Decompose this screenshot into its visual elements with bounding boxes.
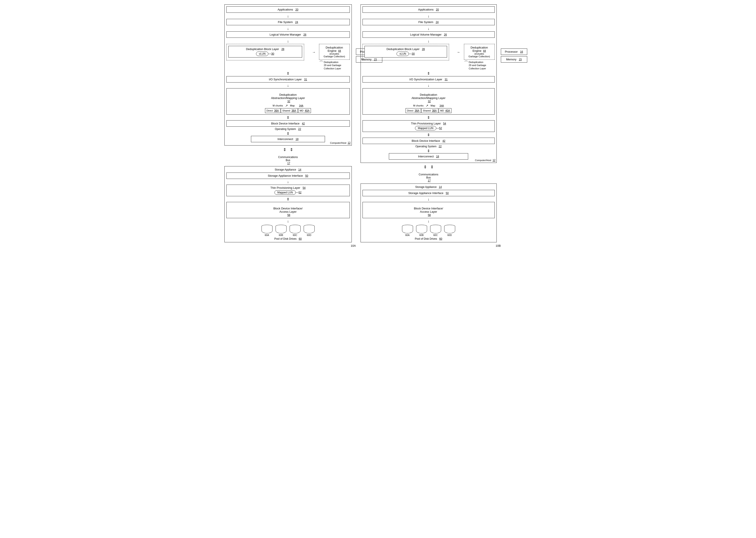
- arrow-app-fs-left: ↓: [226, 14, 350, 19]
- engine-box-right: Deduplication Engine 44 (includes Garbag…: [464, 44, 495, 60]
- disk-60d-left: 60D: [304, 225, 315, 237]
- arrow-thin-block-right: ⇕: [363, 133, 495, 137]
- arrow-block-interconnect-left: ⇕: [226, 132, 350, 136]
- disk-60a-right: 60A: [402, 225, 413, 237]
- arrow-thin-block-left: ⇕: [226, 197, 350, 201]
- storage-label-right: Storage Appliance 14: [363, 186, 495, 188]
- right-panel-right: Processor 16 Memory 15: [501, 48, 527, 63]
- disk-60a-left: 60A: [261, 225, 273, 237]
- arrow-dedup-io-left: ⇕: [226, 71, 350, 76]
- arrow-io-abs-right: ↓: [363, 83, 495, 88]
- block-device-left: Block Device Interface 42: [226, 120, 350, 127]
- dedup-block-ref-left: 28: [281, 48, 284, 51]
- main-container: Applications 20 ↓ File System 24 ↓ Logic…: [224, 4, 532, 242]
- applications-ref-left: 20: [295, 8, 298, 11]
- dedup-block-label-left: Deduplication Block Layer: [246, 47, 279, 51]
- io-sync-right: I/O Synchronization Layer 31: [363, 76, 495, 82]
- arrow-dedup-io-right: ⇕: [363, 71, 495, 76]
- engine-label-right: Deduplication Engine 44: [466, 46, 493, 52]
- disk-60b-right: 60B: [416, 225, 427, 237]
- diagram-10a: Applications 20 ↓ File System 24 ↓ Logic…: [224, 4, 352, 242]
- arrow-abs-block-left: ⇕: [226, 116, 350, 120]
- arrow-block-disks-right: ↓: [363, 219, 495, 224]
- mapped-lun-storage-left: Mapped LUN: [274, 190, 296, 195]
- diagram-id-right: 10B: [495, 244, 501, 247]
- dedup-section-left: Deduplication Block Layer 28 vLUN —30 →: [226, 44, 350, 70]
- md-box-left: MD 40A: [298, 108, 311, 113]
- lvm-right: Logical Volume Manager 26: [363, 31, 495, 38]
- processor-right: Processor 16: [501, 48, 527, 55]
- computer-host-label-right: Computer/Host 12: [475, 159, 495, 162]
- dedup-layer-label-left: Deduplication 29 and Garbage Collection …: [324, 61, 341, 70]
- storage-label-left: Storage Appliance 14: [226, 168, 350, 171]
- computer-host-right: Applications 20 ↓ File System 24 ↓ Logic…: [361, 4, 497, 163]
- disk-60d-right: 60D: [444, 225, 455, 237]
- thin-prov-host-right: Thin Provisioning Layer 54 Mapped LUN —5…: [363, 120, 495, 132]
- disks-row-left: 60A 60B 60C 60D: [226, 225, 350, 237]
- arrow-lvm-dedup-right: ↓: [363, 39, 495, 43]
- sai-right: Storage Appliance Interface 50: [363, 190, 495, 196]
- io-sync-left: I/O Synchronization Layer 31: [226, 76, 350, 82]
- filesystem-label-left: File System: [278, 21, 293, 24]
- disk-60c-right: 60C: [430, 225, 441, 237]
- interconnect-right: Interconnect 18: [389, 153, 468, 160]
- memory-right: Memory 15: [501, 56, 527, 63]
- engine-box-left: Deduplication Engine 44 (includes Garbag…: [319, 44, 350, 60]
- dedup-block-left: Deduplication Block Layer 28 vLUN —30: [228, 46, 302, 58]
- diagram-10b: Applications 20 ↓ File System 24 ↓ Logic…: [361, 4, 497, 242]
- shared-box-right: Shared 38A: [421, 108, 438, 113]
- dedup-layer-label-right: Deduplication 29 and Garbage Collection …: [469, 61, 486, 70]
- os-label-right: Operating System 22: [363, 145, 495, 148]
- dedup-section-right: Deduplication Block Layer 28 vLUN —30 ←: [363, 44, 495, 70]
- shared-box-left: Shared 38A: [281, 108, 298, 113]
- bus-arrows-left: ⇕ ⇕: [283, 147, 293, 152]
- bus-arrows-right: ⇕ ⇕: [424, 165, 434, 170]
- arrow-to-engine-left: →: [312, 50, 316, 54]
- dedup-abs-right: Deduplication Abstraction/Mapping Layer …: [363, 88, 495, 115]
- chunk-row-left: Direct 36A Shared 38A MD 40A: [229, 108, 347, 113]
- dedup-block-right: Deduplication Block Layer 28 vLUN —30: [365, 46, 447, 58]
- engine-note-right: (includes Garbage Collection): [466, 52, 493, 58]
- filesystem-ref-left: 24: [295, 21, 298, 24]
- engine-area-right: Deduplication Engine 44 (includes Garbag…: [464, 44, 495, 70]
- block-access-right: Block Device Interface/ Access Layer 58: [363, 202, 495, 218]
- arrow-app-fs-right: ↓: [363, 14, 495, 19]
- lvm-left: Logical Volume Manager 26: [226, 31, 350, 38]
- mchunks-row-right: M chunks ↗ Map 34A: [365, 104, 492, 107]
- block-access-left: Block Device Interface/ Access Layer 58: [226, 202, 350, 218]
- vlun-area-left: vLUN —30: [231, 52, 300, 56]
- storage-appliance-left: Storage Appliance 14 Storage Appliance I…: [224, 166, 352, 242]
- mchunks-row-left: M chunks ↗ Map 34A: [229, 104, 347, 107]
- mapped-lun-host-right: Mapped LUN: [415, 126, 436, 131]
- chunk-row-right: Direct 36A Shared 38A MD 40A: [365, 108, 492, 113]
- lvm-label-left: Logical Volume Manager: [270, 33, 301, 36]
- arrow-block-interconnect-right: ⇕: [363, 149, 495, 153]
- filesystem-right: File System 24: [363, 19, 495, 25]
- arrow-abs-thin-right: ⇕: [363, 116, 495, 120]
- engine-note-left: (includes Garbage Collection): [321, 52, 348, 58]
- dedup-brace-right: ⌒ Deduplication 29 and Garbage Collectio…: [464, 61, 486, 70]
- direct-box-left: Direct 36A: [265, 108, 280, 113]
- computer-host-left: Applications 20 ↓ File System 24 ↓ Logic…: [224, 4, 352, 145]
- computer-host-label-left: Computer/Host 12: [330, 141, 350, 144]
- diagram-id-left: 10A: [351, 244, 356, 247]
- applications-label-left: Applications: [277, 8, 293, 11]
- lvm-ref-left: 26: [304, 33, 306, 36]
- arrow-fs-lvm-right: ↓: [363, 27, 495, 31]
- os-label-left: Operating System 22: [226, 128, 350, 131]
- applications-left: Applications 20: [226, 6, 350, 13]
- interconnect-left: Interconnect 18: [251, 136, 325, 142]
- dedup-abs-left: Deduplication Abstraction/Mapping Layer …: [226, 88, 350, 115]
- vlun-right: vLUN: [396, 52, 409, 56]
- md-box-right: MD 40A: [439, 108, 452, 113]
- engine-label-left: Deduplication Engine 44: [321, 46, 348, 52]
- arrow-block-disks-left: ↓: [226, 219, 350, 224]
- vlun-ref-left: 30: [271, 52, 274, 55]
- disk-60b-left: 60B: [275, 225, 287, 237]
- vlun-left: vLUN: [256, 52, 268, 56]
- comm-bus-left: ⇕ ⇕ Communications Bus 17: [224, 147, 352, 165]
- direct-box-right: Direct 36A: [406, 108, 421, 113]
- dedup-dashed-left: Deduplication Block Layer 28 vLUN —30 →: [226, 44, 304, 60]
- comm-bus-label-left: Communications Bus 17: [278, 152, 298, 165]
- storage-appliance-right: Storage Appliance 14 Storage Appliance I…: [361, 184, 497, 242]
